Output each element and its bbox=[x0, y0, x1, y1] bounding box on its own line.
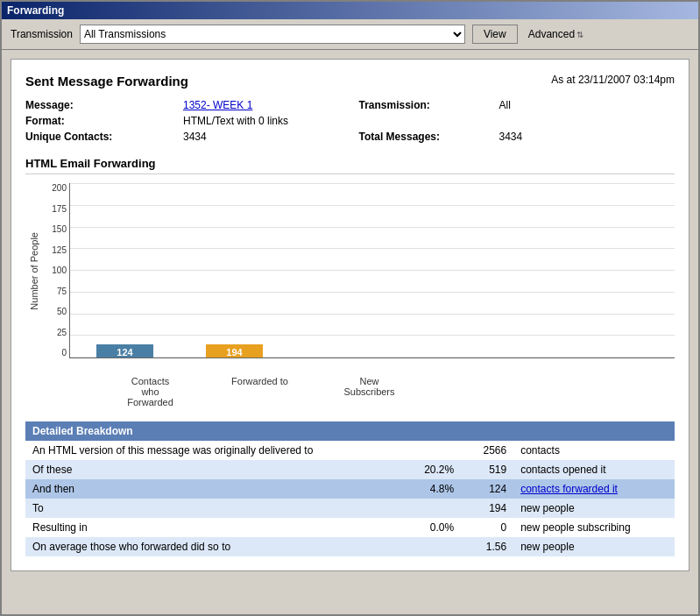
breakdown-num-5: 0 bbox=[461, 518, 513, 537]
transmission-info-label: Transmission: bbox=[359, 99, 499, 111]
report-date: As at 23/11/2007 03:14pm bbox=[551, 74, 675, 86]
y-tick-0: 0 bbox=[43, 348, 67, 358]
toolbar: Transmission All Transmissions View Adva… bbox=[2, 19, 698, 50]
breakdown-detail-5: new people subscribing bbox=[513, 518, 675, 537]
breakdown-pct-5: 0.0% bbox=[408, 518, 461, 537]
transmission-label: Transmission bbox=[11, 28, 73, 40]
bar-1-value: 124 bbox=[117, 344, 132, 358]
y-axis-label-container: Number of People bbox=[25, 183, 43, 358]
chart-container: Number of People 0 25 50 75 100 125 150 … bbox=[25, 183, 675, 358]
breakdown-pct-1 bbox=[408, 441, 461, 460]
breakdown-detail-3[interactable]: contacts forwarded it bbox=[513, 479, 675, 499]
view-button[interactable]: View bbox=[472, 25, 518, 44]
content-area: Sent Message Forwarding As at 23/11/2007… bbox=[11, 59, 689, 571]
breakdown-desc-4: To bbox=[25, 499, 408, 518]
breakdown-row-2: Of these 20.2% 519 contacts opened it bbox=[25, 460, 675, 479]
chart-plot-area: 124 194 bbox=[69, 183, 675, 358]
breakdown-table: Detailed Breakdown An HTML version of th… bbox=[25, 421, 675, 556]
y-tick-labels: 0 25 50 75 100 125 150 175 200 bbox=[43, 183, 69, 358]
contacts-forwarded-link[interactable]: contacts forwarded it bbox=[520, 483, 618, 495]
y-tick-150: 150 bbox=[43, 224, 67, 234]
breakdown-detail-4: new people bbox=[513, 499, 675, 518]
breakdown-pct-2: 20.2% bbox=[408, 460, 461, 479]
report-header: Sent Message Forwarding As at 23/11/2007… bbox=[25, 74, 675, 89]
breakdown-row-5: Resulting in 0.0% 0 new people subscribi… bbox=[25, 518, 675, 537]
x-label-3: New Subscribers bbox=[341, 376, 398, 407]
transmission-select[interactable]: All Transmissions bbox=[80, 25, 465, 44]
y-tick-75: 75 bbox=[43, 287, 67, 296]
breakdown-desc-6: On average those who forwarded did so to bbox=[25, 537, 408, 556]
transmission-info-value: All bbox=[499, 99, 675, 111]
breakdown-num-4: 194 bbox=[461, 499, 513, 518]
breakdown-desc-3: And then bbox=[25, 479, 408, 499]
bar-1: 124 bbox=[96, 344, 153, 358]
message-label: Message: bbox=[25, 99, 183, 111]
breakdown-num-1: 2566 bbox=[461, 441, 513, 460]
info-grid: Message: 1352- WEEK 1 Transmission: All … bbox=[25, 99, 675, 143]
y-tick-125: 125 bbox=[43, 245, 67, 255]
breakdown-detail-6: new people bbox=[513, 537, 675, 556]
x-label-1: Contacts who Forwarded bbox=[122, 376, 179, 407]
window-title: Forwarding bbox=[7, 4, 64, 17]
breakdown-desc-2: Of these bbox=[25, 460, 408, 479]
unique-contacts-value: 3434 bbox=[183, 131, 359, 143]
bars: 124 194 bbox=[70, 183, 675, 358]
y-axis-label: Number of People bbox=[29, 232, 39, 310]
bar-group-1: 124 bbox=[96, 344, 153, 358]
breakdown-num-6: 1.56 bbox=[461, 537, 513, 556]
x-axis-labels: Contacts who Forwarded Forwarded to New … bbox=[95, 376, 675, 407]
y-tick-200: 200 bbox=[43, 183, 67, 193]
x-label-2: Forwarded to bbox=[231, 376, 288, 407]
breakdown-header: Detailed Breakdown bbox=[25, 421, 675, 441]
y-tick-175: 175 bbox=[43, 204, 67, 214]
bar-2: 194 bbox=[206, 344, 263, 358]
breakdown-num-2: 519 bbox=[461, 460, 513, 479]
breakdown-row-6: On average those who forwarded did so to… bbox=[25, 537, 675, 556]
title-bar: Forwarding bbox=[2, 2, 698, 19]
breakdown-row-3: And then 4.8% 124 contacts forwarded it bbox=[25, 479, 675, 499]
report-title: Sent Message Forwarding bbox=[25, 74, 188, 89]
breakdown-detail-1: contacts bbox=[513, 441, 675, 460]
breakdown-row-1: An HTML version of this message was orig… bbox=[25, 441, 675, 460]
advanced-arrows-icon: ⇅ bbox=[576, 30, 583, 39]
breakdown-desc-1: An HTML version of this message was orig… bbox=[25, 441, 408, 460]
breakdown-desc-5: Resulting in bbox=[25, 518, 408, 537]
chart-section-title: HTML Email Forwarding bbox=[25, 157, 675, 174]
message-value: 1352- WEEK 1 bbox=[183, 99, 359, 111]
bar-2-value: 194 bbox=[226, 344, 242, 358]
total-messages-label: Total Messages: bbox=[359, 131, 499, 143]
format-label: Format: bbox=[25, 115, 183, 127]
unique-contacts-label: Unique Contacts: bbox=[25, 131, 183, 143]
total-messages-value: 3434 bbox=[499, 131, 675, 143]
main-window: Forwarding Transmission All Transmission… bbox=[0, 0, 700, 616]
bar-group-2: 194 bbox=[206, 344, 263, 358]
message-link[interactable]: 1352- WEEK 1 bbox=[183, 99, 252, 111]
advanced-button[interactable]: Advanced ⇅ bbox=[525, 26, 587, 42]
breakdown-num-3: 124 bbox=[461, 479, 513, 499]
y-tick-100: 100 bbox=[43, 266, 67, 275]
breakdown-detail-2: contacts opened it bbox=[513, 460, 675, 479]
breakdown-pct-4 bbox=[408, 499, 461, 518]
y-tick-25: 25 bbox=[43, 328, 67, 337]
breakdown-row-4: To 194 new people bbox=[25, 499, 675, 518]
breakdown-pct-6 bbox=[408, 537, 461, 556]
format-value: HTML/Text with 0 links bbox=[183, 115, 359, 127]
breakdown-pct-3: 4.8% bbox=[408, 479, 461, 499]
y-tick-50: 50 bbox=[43, 307, 67, 316]
